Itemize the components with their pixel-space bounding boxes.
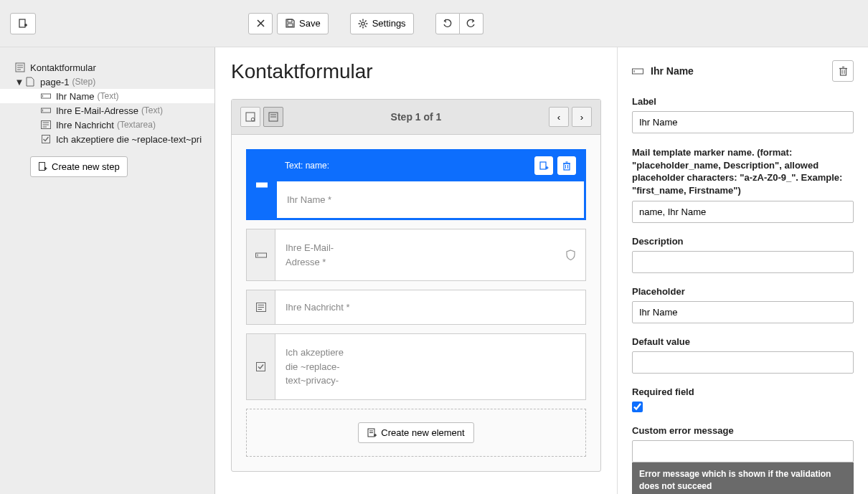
custom-error-hint: Error message which is shown if the vali… bbox=[632, 462, 854, 494]
drag-handle[interactable] bbox=[247, 334, 275, 399]
required-checkbox[interactable] bbox=[632, 402, 643, 412]
create-element-button[interactable]: Create new element bbox=[358, 422, 473, 443]
element-plus-icon bbox=[367, 428, 377, 437]
form-element-message[interactable]: Ihre Nachricht * bbox=[246, 290, 586, 325]
chevron-left-icon: ‹ bbox=[557, 112, 560, 123]
page-plus-icon bbox=[38, 162, 47, 171]
svg-rect-6 bbox=[288, 24, 293, 27]
tree-page[interactable]: ▼ page-1 (Step) bbox=[0, 75, 214, 89]
label-label: Label bbox=[632, 96, 854, 107]
text-field-icon bbox=[632, 67, 643, 75]
canvas: Kontaktformular Step 1 of 1 ‹ › bbox=[215, 47, 617, 494]
textarea-icon bbox=[40, 119, 52, 130]
view-mode-structure-button[interactable] bbox=[240, 107, 260, 127]
step-prev-button[interactable]: ‹ bbox=[549, 107, 569, 127]
redo-icon bbox=[466, 19, 476, 29]
element-delete-button[interactable] bbox=[557, 156, 576, 175]
tree-root[interactable]: Kontaktformular bbox=[0, 60, 214, 75]
step-header: Step 1 of 1 ‹ › bbox=[232, 100, 600, 135]
form-element-email[interactable]: Ihre E-Mail-Adresse * bbox=[246, 229, 586, 281]
create-element-dropzone[interactable]: Create new element bbox=[246, 409, 586, 457]
tree-item-name[interactable]: Ihr Name (Text) bbox=[0, 89, 214, 103]
svg-rect-5 bbox=[288, 19, 292, 22]
tree-twisty-icon[interactable]: ▼ bbox=[14, 77, 24, 87]
copy-plus-icon bbox=[539, 161, 549, 171]
marker-input[interactable] bbox=[632, 201, 854, 223]
svg-rect-29 bbox=[39, 163, 45, 171]
delete-element-button[interactable] bbox=[832, 60, 854, 82]
trash-icon bbox=[839, 66, 848, 76]
tree-item-message[interactable]: Ihre Nachricht (Textarea) bbox=[0, 118, 214, 132]
element-preview-text: Ihre Nachricht * bbox=[286, 302, 350, 313]
create-element-label: Create new element bbox=[381, 427, 464, 438]
tree-item-label: Ich akzeptiere die ~replace-text~pri bbox=[56, 134, 202, 145]
svg-line-12 bbox=[359, 20, 361, 22]
element-meta-label: Text: name: bbox=[285, 161, 329, 171]
save-icon bbox=[285, 19, 295, 29]
form-icon bbox=[14, 62, 26, 73]
label-input[interactable] bbox=[632, 111, 854, 133]
redo-button[interactable] bbox=[460, 13, 483, 34]
svg-rect-0 bbox=[19, 19, 25, 27]
marker-label: Mail template marker name. (format: "pla… bbox=[632, 146, 854, 196]
form-element-name[interactable]: Text: name: Ihr Name * bbox=[246, 149, 586, 220]
undo-icon bbox=[443, 19, 453, 29]
view-mode-preview-button[interactable] bbox=[263, 107, 283, 127]
tree-item-type: (Text) bbox=[97, 91, 118, 101]
element-meta-bar: Text: name: bbox=[276, 151, 585, 181]
default-value-label: Default value bbox=[632, 336, 854, 347]
svg-rect-32 bbox=[246, 113, 255, 121]
element-copy-button[interactable] bbox=[534, 156, 553, 175]
description-label: Description bbox=[632, 236, 854, 247]
default-value-input[interactable] bbox=[632, 351, 854, 374]
properties-header: Ihr Name bbox=[632, 60, 854, 82]
svg-line-14 bbox=[364, 20, 366, 22]
tree-item-label: Ihr Name bbox=[56, 91, 94, 102]
save-label: Save bbox=[299, 18, 321, 29]
trash-icon bbox=[562, 161, 571, 171]
placeholder-input[interactable] bbox=[632, 301, 854, 323]
drag-handle[interactable] bbox=[247, 290, 275, 324]
drag-handle[interactable] bbox=[247, 229, 275, 280]
page-icon bbox=[24, 76, 36, 87]
textarea-icon bbox=[256, 303, 266, 312]
form-view-icon bbox=[268, 112, 278, 122]
text-field-icon bbox=[255, 252, 267, 259]
step-body: Text: name: Ihr Name * bbox=[232, 135, 600, 471]
checkbox-icon bbox=[40, 133, 52, 145]
form-title: Kontaktformular bbox=[231, 60, 601, 83]
svg-rect-62 bbox=[840, 69, 846, 76]
svg-rect-28 bbox=[42, 136, 50, 143]
form-element-privacy[interactable]: Ich akzeptiere die ~replace-text~privacy… bbox=[246, 333, 586, 400]
properties-title: Ihr Name bbox=[651, 65, 694, 77]
topbar: Save Settings bbox=[0, 0, 868, 47]
element-preview-text: Ihre E-Mail-Adresse * bbox=[286, 241, 336, 269]
save-button[interactable]: Save bbox=[277, 13, 329, 34]
svg-point-33 bbox=[251, 118, 254, 120]
drag-handle[interactable] bbox=[247, 151, 276, 219]
new-page-button[interactable] bbox=[10, 13, 36, 34]
step-next-button[interactable]: › bbox=[572, 107, 592, 127]
text-field-icon bbox=[256, 181, 268, 189]
checkbox-icon bbox=[256, 362, 265, 371]
description-input[interactable] bbox=[632, 251, 854, 273]
undo-button[interactable] bbox=[435, 13, 460, 34]
custom-error-input[interactable] bbox=[632, 440, 854, 462]
tree-item-type: (Text) bbox=[141, 105, 163, 115]
tree-item-privacy[interactable]: Ich akzeptiere die ~replace-text~pri bbox=[0, 132, 214, 146]
tree-root-label: Kontaktformular bbox=[30, 62, 96, 73]
close-button[interactable] bbox=[248, 13, 273, 34]
gear-icon bbox=[358, 19, 368, 29]
create-step-button[interactable]: Create new step bbox=[30, 156, 128, 177]
settings-button[interactable]: Settings bbox=[350, 13, 414, 34]
properties-panel: Ihr Name Label Mail template marker name… bbox=[617, 47, 868, 494]
tree-item-email[interactable]: Ihre E-Mail-Adresse (Text) bbox=[0, 103, 214, 118]
step-counter: Step 1 of 1 bbox=[391, 111, 442, 123]
create-step-label: Create new step bbox=[52, 161, 120, 172]
tree-item-label: Ihre E-Mail-Adresse bbox=[56, 105, 138, 116]
required-label: Required field bbox=[632, 386, 854, 397]
tree-item-type: (Textarea) bbox=[117, 120, 156, 130]
svg-rect-43 bbox=[564, 163, 570, 170]
chevron-right-icon: › bbox=[580, 112, 583, 123]
text-field-icon bbox=[40, 90, 52, 102]
